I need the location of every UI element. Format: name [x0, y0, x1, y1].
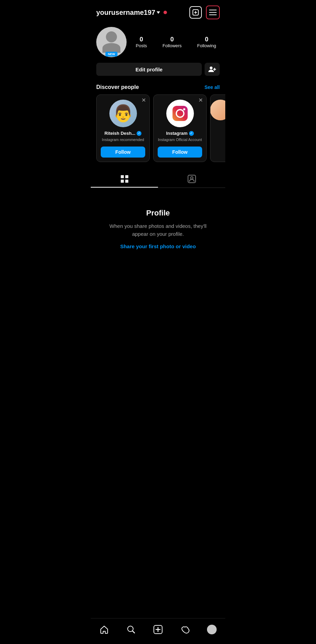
add-square-icon — [153, 625, 163, 634]
chevron-down-icon — [157, 11, 160, 14]
tabs-row — [91, 170, 225, 188]
tag-person-icon — [187, 174, 196, 183]
see-all-button[interactable]: See all — [205, 84, 220, 90]
discover-header: Discover people See all — [91, 81, 225, 94]
followers-stat[interactable]: 0 Followers — [162, 36, 182, 48]
people-scroll: ✕ Riteish Desh... ✓ Instagram recommende… — [91, 94, 225, 168]
menu-line-2 — [209, 12, 217, 13]
share-first-photo-button[interactable]: Share your first photo or video — [120, 243, 196, 249]
home-icon — [100, 625, 109, 634]
following-count: 0 — [205, 36, 208, 43]
discover-title: Discover people — [96, 84, 139, 90]
nav-profile-avatar — [207, 625, 217, 634]
avatar-person — [102, 31, 120, 53]
posts-label: Posts — [136, 43, 147, 48]
svg-rect-11 — [121, 180, 124, 183]
header: yourusername197 — [91, 0, 225, 23]
follow-instagram-button[interactable]: Follow — [158, 147, 202, 158]
instagram-logo-icon — [171, 104, 189, 122]
person-card-riteish: ✕ Riteish Desh... ✓ Instagram recommende… — [96, 94, 150, 162]
person-card-instagram: ✕ — [153, 94, 207, 162]
new-badge: NEW — [106, 52, 118, 57]
search-icon — [127, 625, 136, 634]
avatar-head — [106, 31, 117, 42]
followers-count: 0 — [170, 36, 174, 43]
profile-empty-description: When you share photos and videos, they'l… — [102, 222, 214, 238]
grid-icon — [120, 174, 129, 183]
avatar-body — [102, 43, 120, 53]
menu-line-3 — [209, 14, 217, 15]
header-left: yourusername197 — [96, 9, 167, 17]
posts-stat[interactable]: 0 Posts — [136, 36, 147, 48]
posts-count: 0 — [140, 36, 143, 43]
notification-dot — [164, 11, 167, 14]
riteish-avatar — [109, 100, 137, 127]
svg-point-14 — [190, 177, 193, 179]
profile-section: NEW 0 Posts 0 Followers 0 Following — [91, 23, 225, 63]
header-right — [189, 6, 220, 19]
username-text: yourusername197 — [96, 9, 155, 17]
riteish-subtitle: Instagram recommended — [102, 137, 144, 142]
dismiss-riteish-button[interactable]: ✕ — [141, 98, 146, 103]
instagram-subtitle: Instagram Official Account — [158, 137, 202, 142]
tab-tagged[interactable] — [158, 170, 225, 188]
nav-add[interactable] — [150, 622, 166, 637]
add-content-button[interactable] — [189, 6, 202, 19]
verified-badge-instagram: ✓ — [189, 131, 194, 136]
svg-rect-6 — [172, 106, 188, 121]
svg-point-3 — [210, 67, 213, 69]
avatar-wrapper: NEW — [96, 27, 127, 57]
profile-empty-state: Profile When you share photos and videos… — [91, 188, 225, 263]
following-stat[interactable]: 0 Following — [197, 36, 216, 48]
person-card-partial — [210, 94, 225, 162]
svg-rect-9 — [121, 175, 124, 178]
stats-row: 0 Posts 0 Followers 0 Following — [132, 36, 220, 48]
username-dropdown[interactable]: yourusername197 — [96, 9, 160, 17]
instagram-avatar — [166, 100, 194, 127]
add-friend-button[interactable] — [205, 63, 220, 76]
svg-rect-12 — [125, 180, 128, 183]
nav-activity[interactable] — [177, 622, 192, 637]
instagram-name: Instagram — [166, 131, 187, 136]
action-row: Edit profile — [91, 63, 225, 81]
verified-badge-riteish: ✓ — [137, 131, 141, 136]
svg-rect-10 — [125, 175, 128, 178]
riteish-name: Riteish Desh... — [105, 131, 136, 136]
nav-search[interactable] — [124, 622, 139, 637]
followers-label: Followers — [162, 43, 182, 48]
edit-profile-button[interactable]: Edit profile — [96, 63, 202, 76]
plus-square-icon — [192, 9, 199, 16]
instagram-name-row: Instagram ✓ — [166, 131, 194, 136]
nav-home[interactable] — [97, 622, 112, 637]
following-label: Following — [197, 43, 216, 48]
add-person-icon — [208, 66, 216, 73]
svg-line-16 — [132, 631, 135, 633]
menu-line-1 — [209, 10, 217, 10]
heart-icon — [180, 625, 189, 634]
riteish-name-row: Riteish Desh... ✓ — [105, 131, 142, 136]
bottom-nav — [91, 618, 225, 644]
profile-empty-title: Profile — [146, 209, 170, 218]
tab-grid[interactable] — [91, 170, 158, 188]
dismiss-instagram-button[interactable]: ✕ — [198, 98, 203, 103]
nav-profile[interactable] — [204, 622, 219, 637]
hamburger-menu-button[interactable] — [206, 6, 220, 19]
svg-point-8 — [183, 108, 185, 110]
follow-riteish-button[interactable]: Follow — [101, 147, 145, 158]
partial-avatar — [210, 100, 225, 120]
